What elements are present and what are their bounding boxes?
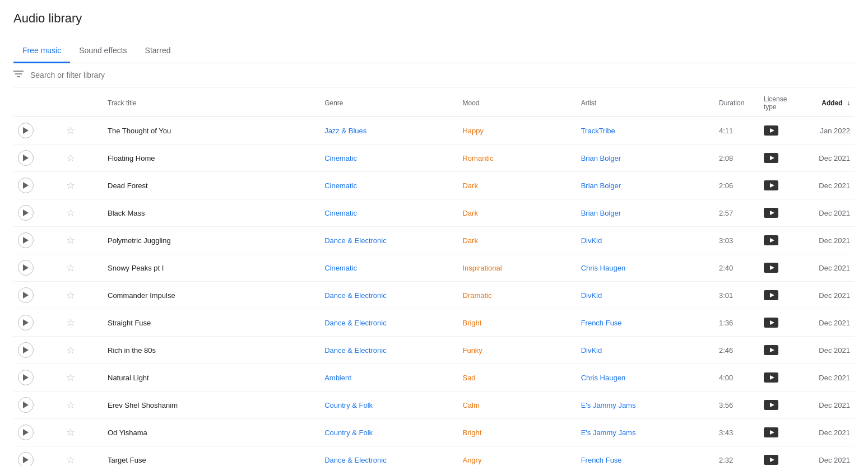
- duration-cell: 3:56: [714, 392, 759, 419]
- track-title-cell: Rich in the 80s: [103, 337, 320, 364]
- tab-free-music[interactable]: Free music: [13, 39, 70, 63]
- artist-link[interactable]: E's Jammy Jams: [581, 401, 636, 409]
- mood-link[interactable]: Dark: [462, 209, 477, 217]
- play-button[interactable]: [18, 123, 34, 138]
- genre-link[interactable]: Dance & Electronic: [324, 346, 387, 355]
- mood-link[interactable]: Happy: [462, 127, 484, 135]
- mood-link[interactable]: Sad: [462, 374, 475, 382]
- genre-link[interactable]: Country & Folk: [324, 428, 373, 437]
- artist-link[interactable]: DivKid: [581, 236, 602, 245]
- mood-cell: Bright: [458, 419, 576, 446]
- artist-cell: DivKid: [577, 337, 714, 364]
- star-button[interactable]: ☆: [63, 425, 78, 440]
- mood-cell: Happy: [458, 117, 576, 145]
- duration-cell: 2:32: [714, 446, 759, 467]
- star-button[interactable]: ☆: [63, 260, 78, 276]
- mood-link[interactable]: Inspirational: [462, 264, 502, 272]
- svg-marker-3: [23, 127, 29, 134]
- genre-link[interactable]: Country & Folk: [324, 401, 373, 409]
- tab-starred[interactable]: Starred: [136, 39, 180, 63]
- star-button[interactable]: ☆: [63, 397, 78, 413]
- search-input[interactable]: [30, 71, 198, 80]
- col-header-genre: Genre: [320, 90, 458, 117]
- artist-link[interactable]: E's Jammy Jams: [581, 428, 636, 437]
- play-button[interactable]: [18, 452, 34, 466]
- svg-marker-18: [770, 320, 774, 325]
- star-button[interactable]: ☆: [63, 452, 78, 466]
- star-button[interactable]: ☆: [63, 370, 78, 385]
- play-button[interactable]: [18, 370, 34, 385]
- star-button[interactable]: ☆: [63, 232, 78, 248]
- duration-cell: 3:01: [714, 282, 759, 309]
- play-button[interactable]: [18, 260, 34, 276]
- play-button[interactable]: [18, 178, 34, 193]
- play-button[interactable]: [18, 342, 34, 358]
- artist-link[interactable]: Chris Haugen: [581, 374, 626, 382]
- play-button[interactable]: [18, 315, 34, 330]
- filter-icon: [13, 70, 24, 80]
- star-button[interactable]: ☆: [63, 342, 78, 358]
- duration-cell: 2:57: [714, 199, 759, 227]
- genre-cell: Cinematic: [320, 172, 458, 199]
- mood-link[interactable]: Bright: [462, 428, 481, 437]
- artist-link[interactable]: French Fuse: [581, 319, 622, 327]
- artist-link[interactable]: Brian Bolger: [581, 209, 621, 217]
- tab-sound-effects[interactable]: Sound effects: [70, 39, 136, 63]
- play-button[interactable]: [18, 205, 34, 221]
- artist-cell: Chris Haugen: [577, 364, 714, 392]
- youtube-icon: [764, 153, 778, 163]
- star-button[interactable]: ☆: [63, 123, 78, 138]
- license-cell: [759, 419, 804, 446]
- artist-link[interactable]: DivKid: [581, 291, 602, 300]
- artist-cell: E's Jammy Jams: [577, 419, 714, 446]
- youtube-icon: [764, 263, 778, 273]
- genre-link[interactable]: Dance & Electronic: [324, 456, 387, 464]
- mood-link[interactable]: Funky: [462, 346, 482, 355]
- youtube-icon: [764, 372, 778, 383]
- track-title-cell: The Thought of You: [103, 117, 320, 145]
- star-button[interactable]: ☆: [63, 178, 78, 193]
- artist-link[interactable]: Brian Bolger: [581, 154, 621, 162]
- artist-cell: French Fuse: [577, 309, 714, 337]
- genre-link[interactable]: Dance & Electronic: [324, 291, 387, 300]
- col-header-duration: Duration: [714, 90, 759, 117]
- genre-link[interactable]: Dance & Electronic: [324, 236, 387, 245]
- play-button[interactable]: [18, 425, 34, 440]
- table-row: ☆ Rich in the 80s Dance & Electronic Fun…: [13, 337, 855, 364]
- genre-link[interactable]: Dance & Electronic: [324, 319, 387, 327]
- mood-link[interactable]: Calm: [462, 401, 479, 409]
- artist-link[interactable]: TrackTribe: [581, 127, 615, 135]
- artist-link[interactable]: DivKid: [581, 346, 602, 355]
- play-button[interactable]: [18, 287, 34, 303]
- mood-link[interactable]: Romantic: [462, 154, 493, 162]
- star-button[interactable]: ☆: [63, 150, 78, 166]
- mood-link[interactable]: Angry: [462, 456, 481, 464]
- genre-link[interactable]: Cinematic: [324, 154, 357, 162]
- star-button[interactable]: ☆: [63, 205, 78, 221]
- artist-link[interactable]: Chris Haugen: [581, 264, 626, 272]
- play-button[interactable]: [18, 232, 34, 248]
- artist-link[interactable]: Brian Bolger: [581, 181, 621, 190]
- genre-link[interactable]: Cinematic: [324, 264, 357, 272]
- mood-link[interactable]: Dark: [462, 181, 477, 190]
- star-button[interactable]: ☆: [63, 315, 78, 330]
- track-title-cell: Target Fuse: [103, 446, 320, 467]
- play-button[interactable]: [18, 150, 34, 166]
- table-header: Track title Genre Mood Artist Duration L…: [13, 90, 855, 117]
- star-button[interactable]: ☆: [63, 287, 78, 303]
- genre-link[interactable]: Cinematic: [324, 209, 357, 217]
- track-title-cell: Snowy Peaks pt I: [103, 254, 320, 282]
- genre-cell: Dance & Electronic: [320, 337, 458, 364]
- genre-link[interactable]: Ambient: [324, 374, 351, 382]
- genre-link[interactable]: Jazz & Blues: [324, 127, 366, 135]
- genre-link[interactable]: Cinematic: [324, 181, 357, 190]
- track-title-cell: Straight Fuse: [103, 309, 320, 337]
- youtube-icon: [764, 180, 778, 190]
- mood-link[interactable]: Dramatic: [462, 291, 491, 300]
- genre-cell: Dance & Electronic: [320, 227, 458, 254]
- play-button[interactable]: [18, 397, 34, 413]
- mood-link[interactable]: Dark: [462, 236, 477, 245]
- mood-link[interactable]: Bright: [462, 319, 481, 327]
- artist-link[interactable]: French Fuse: [581, 456, 622, 464]
- col-header-added[interactable]: Added ↓: [804, 90, 855, 117]
